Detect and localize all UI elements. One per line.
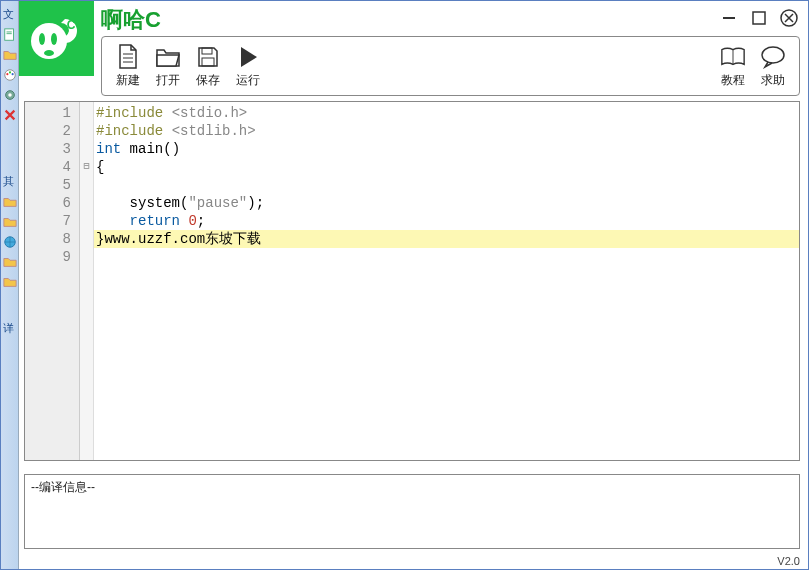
sidebar-icon-folder1[interactable] — [2, 48, 18, 64]
compile-info-label: --编译信息-- — [31, 480, 95, 494]
new-file-icon — [115, 44, 141, 70]
app-sidebar: 文 其 详 — [1, 1, 19, 569]
sidebar-label-0[interactable]: 文 — [1, 7, 18, 22]
sidebar-label-2[interactable]: 详 — [1, 321, 18, 336]
sidebar-icon-doc[interactable] — [2, 28, 18, 44]
svg-rect-21 — [202, 48, 212, 54]
new-button[interactable]: 新建 — [108, 40, 148, 92]
svg-rect-16 — [753, 12, 765, 24]
new-label: 新建 — [116, 72, 140, 89]
toolbar: 新建 打开 保存 运行 教程 求助 — [101, 36, 800, 96]
run-button[interactable]: 运行 — [228, 40, 268, 92]
line-number-gutter: 123456789 — [25, 102, 80, 460]
svg-point-13 — [44, 50, 54, 56]
open-button[interactable]: 打开 — [148, 40, 188, 92]
svg-point-12 — [51, 33, 57, 45]
save-label: 保存 — [196, 72, 220, 89]
save-button[interactable]: 保存 — [188, 40, 228, 92]
compile-output-panel[interactable]: --编译信息-- — [24, 474, 800, 549]
svg-text:C: C — [66, 18, 75, 32]
open-label: 打开 — [156, 72, 180, 89]
app-title: 啊哈C — [101, 5, 161, 35]
svg-rect-0 — [4, 29, 13, 40]
sidebar-icon-paint[interactable] — [2, 68, 18, 84]
svg-point-5 — [8, 71, 10, 73]
help-label: 求助 — [761, 72, 785, 89]
app-logo: C — [19, 1, 94, 76]
main-area: C 啊哈C 新建 打开 保存 运行 — [19, 1, 808, 569]
header: C 啊哈C 新建 打开 保存 运行 — [19, 1, 808, 98]
run-play-icon — [235, 44, 261, 70]
sidebar-icon-delete[interactable] — [2, 108, 18, 124]
chat-bubble-icon — [760, 44, 786, 70]
tutorial-button[interactable]: 教程 — [713, 40, 753, 92]
version-label: V2.0 — [777, 555, 800, 567]
tutorial-label: 教程 — [721, 72, 745, 89]
svg-point-8 — [8, 93, 12, 97]
svg-rect-22 — [202, 58, 214, 66]
sidebar-icon-globe[interactable] — [2, 235, 18, 251]
book-icon — [720, 44, 746, 70]
svg-point-11 — [39, 33, 45, 45]
sidebar-label-1[interactable]: 其 — [1, 174, 18, 189]
save-disk-icon — [195, 44, 221, 70]
maximize-button[interactable] — [748, 7, 770, 29]
svg-point-4 — [6, 73, 8, 75]
sidebar-icon-folder2[interactable] — [2, 195, 18, 211]
window-controls — [718, 7, 800, 29]
svg-rect-1 — [6, 32, 11, 33]
svg-point-6 — [11, 73, 13, 75]
fold-column: ⊟ — [80, 102, 94, 460]
open-folder-icon — [155, 44, 181, 70]
run-label: 运行 — [236, 72, 260, 89]
sidebar-icon-folder5[interactable] — [2, 275, 18, 291]
sidebar-icon-folder4[interactable] — [2, 255, 18, 271]
sidebar-icon-gear[interactable] — [2, 88, 18, 104]
close-button[interactable] — [778, 7, 800, 29]
minimize-button[interactable] — [718, 7, 740, 29]
svg-point-24 — [762, 47, 784, 63]
svg-rect-2 — [6, 33, 11, 34]
svg-point-3 — [4, 70, 15, 81]
code-content[interactable]: #include <stdio.h>#include <stdlib.h>int… — [94, 102, 799, 460]
code-editor[interactable]: 123456789 ⊟ #include <stdio.h>#include <… — [24, 101, 800, 461]
sidebar-icon-folder3[interactable] — [2, 215, 18, 231]
help-button[interactable]: 求助 — [753, 40, 793, 92]
